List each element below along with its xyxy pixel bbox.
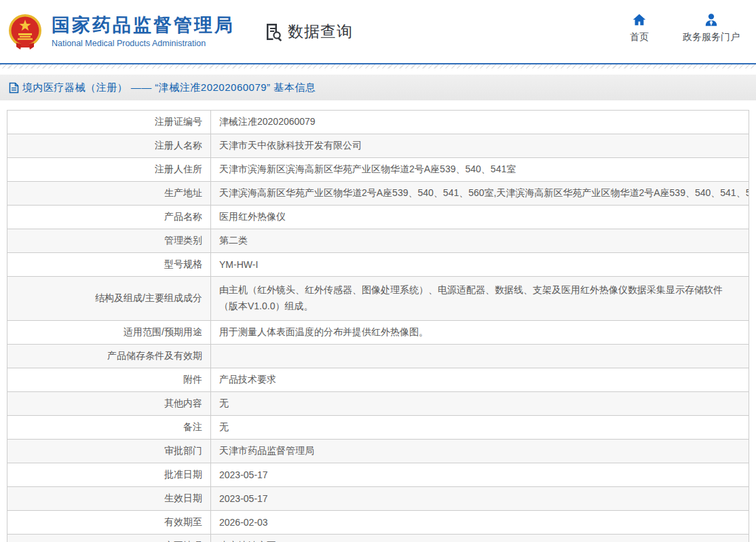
row-value: 天津市滨海新区滨海高新区华苑产业区物华道2号A座539、540、541室 [211, 158, 749, 182]
row-value: 生产地址变更 20230517 [211, 534, 749, 542]
row-label: 批准日期 [7, 463, 211, 486]
table-row: 管理类别第二类 [7, 229, 749, 253]
row-label: 结构及组成/主要组成成分 [7, 277, 211, 321]
table-row: 注册证编号津械注准20202060079 [7, 111, 749, 134]
table-row: 批准日期2023-05-17 [7, 463, 749, 486]
row-label: 产品名称 [7, 206, 211, 229]
row-label: 生效日期 [7, 486, 211, 510]
row-label: 注册证编号 [7, 111, 211, 134]
row-value: 天津市药品监督管理局 [211, 439, 749, 463]
site-subtitle: National Medical Products Administration [52, 39, 235, 48]
header-nav: 首页 政务服务门户 [626, 12, 740, 43]
table-row: 注册人名称天津市天中依脉科技开发有限公司 [7, 134, 749, 158]
row-value: 产品技术要求 [211, 368, 749, 391]
row-value: 天津市天中依脉科技开发有限公司 [211, 134, 749, 158]
row-value: 2023-05-17 [211, 463, 749, 486]
logo-text: 国家药品监督管理局 National Medical Products Admi… [52, 15, 235, 47]
home-icon [632, 12, 647, 27]
table-row: 其他内容无 [7, 391, 749, 415]
row-label: 备注 [7, 415, 211, 439]
table-row: 审批部门天津市药品监督管理局 [7, 439, 749, 463]
header-hatch-divider [0, 64, 756, 69]
table-row: 附件产品技术要求 [7, 368, 749, 391]
row-value: 医用红外热像仪 [211, 206, 749, 229]
row-value: 第二类 [211, 229, 749, 253]
table-row: 生产地址天津滨海高新区华苑产业区物华道2号A座539、540、541、560室,… [7, 182, 749, 206]
row-label: 审批部门 [7, 439, 211, 463]
row-label: 型号规格 [7, 253, 211, 277]
table-row: 有效期至2026-02-03 [7, 510, 749, 534]
row-value: YM-HW-I [211, 253, 749, 277]
table-row: 生效日期2023-05-17 [7, 486, 749, 510]
page-header: 国家药品监督管理局 National Medical Products Admi… [0, 0, 756, 64]
row-label: 适用范围/预期用途 [7, 320, 211, 344]
row-value: 用于测量人体表面温度的分布并提供红外热像图。 [211, 320, 749, 344]
breadcrumb: 境内医疗器械（注册） —— “津械注准20202060079” 基本信息 [0, 75, 756, 100]
row-value [211, 344, 749, 368]
row-label: 附件 [7, 368, 211, 391]
registration-info: 注册证编号津械注准20202060079注册人名称天津市天中依脉科技开发有限公司… [7, 110, 749, 542]
table-row: 备注无 [7, 415, 749, 439]
nav-service-portal-label: 政务服务门户 [683, 31, 740, 43]
row-label: 有效期至 [7, 510, 211, 534]
row-label: 生产地址 [7, 182, 211, 206]
table-row: 产品储存条件及有效期 [7, 344, 749, 368]
row-value: 由主机（红外镜头、红外传感器、图像处理系统）、电源适配器、数据线、支架及医用红外… [211, 277, 749, 321]
table-row: 适用范围/预期用途用于测量人体表面温度的分布并提供红外热像图。 [7, 320, 749, 344]
row-label: 产品储存条件及有效期 [7, 344, 211, 368]
nmpa-logo[interactable]: 国家药品监督管理局 National Medical Products Admi… [8, 13, 235, 51]
nav-home-label: 首页 [630, 31, 649, 43]
row-label: 注册人名称 [7, 134, 211, 158]
site-title: 国家药品监督管理局 [52, 15, 235, 36]
table-row: 注册人住所天津市滨海新区滨海高新区华苑产业区物华道2号A座539、540、541… [7, 158, 749, 182]
table-row: 结构及组成/主要组成成分由主机（红外镜头、红外传感器、图像处理系统）、电源适配器… [7, 277, 749, 321]
table-row: 型号规格YM-HW-I [7, 253, 749, 277]
row-value: 2023-05-17 [211, 486, 749, 510]
row-label: 注册人住所 [7, 158, 211, 182]
row-label: 变更情况 [7, 534, 211, 542]
document-icon [9, 82, 19, 94]
row-value: 津械注准20202060079 [211, 111, 749, 134]
data-query-section[interactable]: 数据查询 [263, 21, 353, 42]
data-query-title: 数据查询 [288, 21, 353, 42]
row-label: 管理类别 [7, 229, 211, 253]
row-label: 其他内容 [7, 391, 211, 415]
national-emblem-icon [8, 13, 42, 51]
row-value: 无 [211, 415, 749, 439]
row-value: 无 [211, 391, 749, 415]
person-icon [704, 12, 719, 27]
nav-service-portal[interactable]: 政务服务门户 [683, 12, 740, 43]
row-value: 天津滨海高新区华苑产业区物华道2号A座539、540、541、560室,天津滨海… [211, 182, 749, 206]
registration-info-table: 注册证编号津械注准20202060079注册人名称天津市天中依脉科技开发有限公司… [7, 110, 749, 542]
table-row: 变更情况生产地址变更 20230517 [7, 534, 749, 542]
breadcrumb-text: 境内医疗器械（注册） —— “津械注准20202060079” 基本信息 [22, 81, 316, 94]
row-value: 2026-02-03 [211, 510, 749, 534]
nav-home[interactable]: 首页 [626, 12, 653, 43]
document-search-icon [263, 22, 284, 42]
table-row: 产品名称医用红外热像仪 [7, 206, 749, 229]
